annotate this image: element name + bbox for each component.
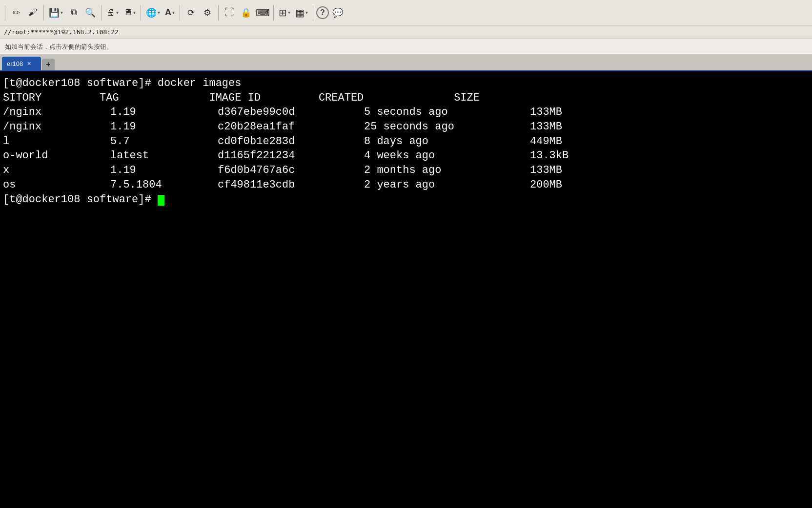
new-session-dropdown-arrow: ▾ <box>288 10 290 15</box>
save-button[interactable]: 💾 ▾ <box>47 5 65 21</box>
table-row: x1.19f6d0b4767a6c2 months ago133MB <box>3 163 809 178</box>
address-bar: //root:******@192.168.2.108:22 <box>0 25 812 39</box>
address-text: //root:******@192.168.2.108:22 <box>4 28 119 36</box>
tab-bar: er108 ✕ + <box>0 55 812 71</box>
screen-button[interactable]: 🖥 ▾ <box>122 5 138 21</box>
created-col: 2 months ago <box>364 163 530 178</box>
created-col: 8 days ago <box>364 134 530 149</box>
created-col: 25 seconds ago <box>364 120 530 134</box>
id-col: d367ebe99c0d <box>218 105 364 120</box>
sessions-dropdown-arrow: ▾ <box>305 10 308 15</box>
plugin-button[interactable]: ⚙ <box>200 5 215 21</box>
terminal-prompt-line: [t@docker108 software]# <box>3 192 809 207</box>
tag-col: latest <box>110 148 218 163</box>
size-col: 133MB <box>530 163 562 178</box>
info-bar: 如加当前会话，点击左侧的箭头按钮。 <box>0 39 812 55</box>
terminal: [t@docker108 software]# docker images SI… <box>0 71 812 508</box>
copy-button[interactable]: ⧉ <box>66 5 81 21</box>
toolbar-sep-5 <box>180 5 180 21</box>
tag-col: 1.19 <box>110 120 218 134</box>
id-col: cf49811e3cdb <box>218 178 364 192</box>
repo-col: o-world <box>3 148 110 163</box>
id-col: d1165f221234 <box>218 148 364 163</box>
tab-close-button[interactable]: ✕ <box>27 61 31 67</box>
save-dropdown-arrow: ▾ <box>61 10 63 15</box>
id-col: c20b28ea1faf <box>218 120 364 134</box>
sessions-button[interactable]: ▦ ▾ <box>293 5 310 21</box>
toolbar-sep-3 <box>101 5 102 21</box>
chat-button[interactable]: 💬 <box>330 5 345 21</box>
table-row: os7.5.1804cf49811e3cdb2 years ago200MB <box>3 178 809 192</box>
help-button[interactable]: ? <box>316 6 329 19</box>
size-col: 200MB <box>530 178 562 192</box>
tag-col: 7.5.1804 <box>110 178 218 192</box>
table-row: /nginx1.19c20b28ea1faf25 seconds ago133M… <box>3 120 809 134</box>
fullscreen-button[interactable]: ⛶ <box>222 5 237 21</box>
lock-button[interactable]: 🔒 <box>238 5 254 21</box>
print-dropdown-arrow: ▾ <box>116 10 119 15</box>
font-dropdown-arrow: ▾ <box>172 10 175 15</box>
tab-label: er108 <box>7 60 23 67</box>
info-text: 如加当前会话，点击左侧的箭头按钮。 <box>5 42 113 51</box>
id-col: f6d0b4767a6c <box>218 163 364 178</box>
size-col: 449MB <box>530 134 562 149</box>
toolbar: ✏ 🖌 💾 ▾ ⧉ 🔍 🖨 ▾ 🖥 ▾ 🌐 ▾ A ▾ ⟳ ⚙ ⛶ 🔒 ⌨ <box>0 0 812 25</box>
new-tab-button[interactable]: + <box>42 59 55 70</box>
tab-er108[interactable]: er108 ✕ <box>2 57 41 70</box>
pencil-icon[interactable]: ✏ <box>8 5 24 21</box>
size-col: 133MB <box>530 105 562 120</box>
toolbar-sep-6 <box>218 5 219 21</box>
terminal-command-line: [t@docker108 software]# docker images <box>3 76 809 91</box>
toolbar-sep-7 <box>273 5 274 21</box>
globe-button[interactable]: 🌐 ▾ <box>144 5 162 21</box>
sessions-icon: ▦ <box>295 7 304 19</box>
repo-col: x <box>3 163 110 178</box>
table-row: l5.7cd0f0b1e283d8 days ago449MB <box>3 134 809 149</box>
table-row: o-worldlatestd1165f2212344 weeks ago13.3… <box>3 148 809 163</box>
tag-col: 5.7 <box>110 134 218 149</box>
brush-icon[interactable]: 🖌 <box>25 5 41 21</box>
created-col: 4 weeks ago <box>364 148 530 163</box>
globe-icon: 🌐 <box>146 7 157 18</box>
id-col: cd0f0b1e283d <box>218 134 364 149</box>
created-col: 2 years ago <box>364 178 530 192</box>
print-icon: 🖨 <box>106 7 115 18</box>
new-session-icon: ⊞ <box>279 7 287 19</box>
search-button[interactable]: 🔍 <box>82 5 98 21</box>
created-col: 5 seconds ago <box>364 105 530 120</box>
screen-dropdown-arrow: ▾ <box>133 10 136 15</box>
screen-icon: 🖥 <box>123 7 132 18</box>
size-col: 13.3kB <box>530 148 568 163</box>
tag-col: 1.19 <box>110 105 218 120</box>
globe-dropdown-arrow: ▾ <box>158 10 160 15</box>
toolbar-sep-8 <box>313 5 313 21</box>
font-icon: A <box>165 7 171 18</box>
repo-col: /nginx <box>3 105 110 120</box>
print-button[interactable]: 🖨 ▾ <box>104 5 121 21</box>
toolbar-sep-4 <box>141 5 141 21</box>
swirl-button[interactable]: ⟳ <box>183 5 199 21</box>
save-icon: 💾 <box>49 7 60 18</box>
tag-col: 1.19 <box>110 163 218 178</box>
size-col: 133MB <box>530 120 562 134</box>
new-session-button[interactable]: ⊞ ▾ <box>277 5 292 21</box>
repo-col: l <box>3 134 110 149</box>
repo-col: os <box>3 178 110 192</box>
terminal-table-header: SITORY TAG IMAGE ID CREATED SIZE <box>3 91 809 106</box>
toolbar-sep-2 <box>43 5 44 21</box>
table-row: /nginx1.19d367ebe99c0d5 seconds ago133MB <box>3 105 809 120</box>
font-button[interactable]: A ▾ <box>163 5 177 21</box>
keyboard-button[interactable]: ⌨ <box>255 5 270 21</box>
repo-col: /nginx <box>3 120 110 134</box>
toolbar-sep-1 <box>5 5 5 21</box>
terminal-cursor <box>158 195 164 206</box>
